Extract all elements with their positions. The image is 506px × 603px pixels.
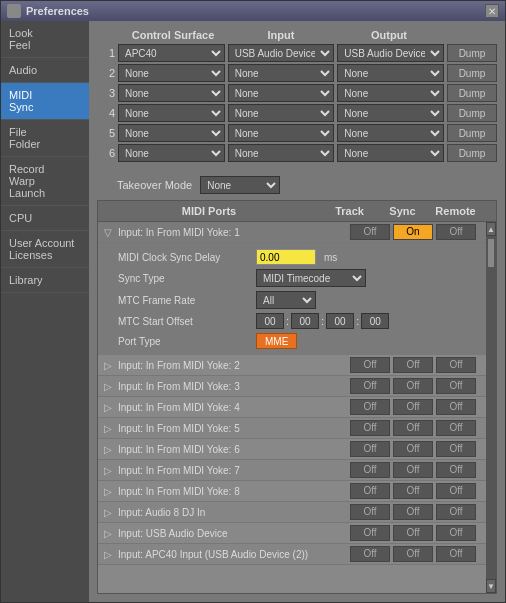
port-type-btn[interactable]: MME	[256, 333, 297, 349]
time-ff[interactable]	[361, 313, 389, 329]
cs-dump-6[interactable]: Dump	[447, 144, 497, 162]
detail-row-sync-type: Sync Type MIDI Timecode	[118, 267, 466, 289]
expand-icon-4[interactable]: ▷	[104, 402, 118, 413]
cs-surface-1[interactable]: APC40	[118, 44, 225, 62]
midi-track-btn-1[interactable]: Off	[350, 224, 390, 240]
time-ss[interactable]	[326, 313, 354, 329]
midi-row-usb: ▷ Input: USB Audio Device Off Off Off	[98, 523, 486, 544]
midi-sync-btn-1[interactable]: On	[393, 224, 433, 240]
cs-input-4[interactable]: None	[228, 104, 335, 122]
midi-sync-btn-2[interactable]: Off	[393, 357, 433, 373]
expand-icon-8[interactable]: ▷	[104, 486, 118, 497]
scroll-up-btn[interactable]: ▲	[486, 222, 496, 236]
midi-remote-btn-6[interactable]: Off	[436, 441, 476, 457]
sidebar-item-midi-sync[interactable]: MIDISync	[1, 83, 89, 120]
sidebar-item-user-account[interactable]: User AccountLicenses	[1, 231, 89, 268]
midi-sync-btn-apc40[interactable]: Off	[393, 546, 433, 562]
midi-ports-header: MIDI Ports Track Sync Remote	[98, 201, 496, 222]
cs-surface-6[interactable]: None	[118, 144, 225, 162]
midi-sync-btn-8[interactable]: Off	[393, 483, 433, 499]
midi-track-btn-audio8dj[interactable]: Off	[350, 504, 390, 520]
cs-dump-4[interactable]: Dump	[447, 104, 497, 122]
cs-surface-3[interactable]: None	[118, 84, 225, 102]
cs-surface-4[interactable]: None	[118, 104, 225, 122]
cs-input-3[interactable]: None	[228, 84, 335, 102]
sync-type-select[interactable]: MIDI Timecode	[256, 269, 366, 287]
midi-remote-btn-4[interactable]: Off	[436, 399, 476, 415]
takeover-select[interactable]: None	[200, 176, 280, 194]
expand-icon-audio8dj[interactable]: ▷	[104, 507, 118, 518]
midi-row-label-1: Input: In From MIDI Yoke: 1	[118, 227, 350, 238]
expand-icon-2[interactable]: ▷	[104, 360, 118, 371]
midi-remote-btn-usb[interactable]: Off	[436, 525, 476, 541]
cs-output-3[interactable]: None	[337, 84, 444, 102]
cs-input-5[interactable]: None	[228, 124, 335, 142]
sidebar-item-cpu[interactable]: CPU	[1, 206, 89, 231]
midi-track-btn-3[interactable]: Off	[350, 378, 390, 394]
expand-icon-5[interactable]: ▷	[104, 423, 118, 434]
midi-sync-btn-3[interactable]: Off	[393, 378, 433, 394]
scroll-thumb[interactable]	[487, 238, 495, 268]
cs-surface-2[interactable]: None	[118, 64, 225, 82]
midi-track-btn-7[interactable]: Off	[350, 462, 390, 478]
midi-track-btn-8[interactable]: Off	[350, 483, 390, 499]
sidebar-item-look-feel[interactable]: LookFeel	[1, 21, 89, 58]
cs-dump-3[interactable]: Dump	[447, 84, 497, 102]
cs-dump-1[interactable]: Dump	[447, 44, 497, 62]
clock-delay-input[interactable]	[256, 249, 316, 265]
midi-sync-btn-audio8dj[interactable]: Off	[393, 504, 433, 520]
midi-remote-btn-3[interactable]: Off	[436, 378, 476, 394]
cs-output-5[interactable]: None	[337, 124, 444, 142]
midi-track-btn-4[interactable]: Off	[350, 399, 390, 415]
cs-output-6[interactable]: None	[337, 144, 444, 162]
expand-icon-1[interactable]: ▽	[104, 227, 118, 238]
cs-dump-2[interactable]: Dump	[447, 64, 497, 82]
cs-dump-5[interactable]: Dump	[447, 124, 497, 142]
time-mm[interactable]	[291, 313, 319, 329]
sidebar-item-library[interactable]: Library	[1, 268, 89, 293]
midi-track-btn-5[interactable]: Off	[350, 420, 390, 436]
cs-output-4[interactable]: None	[337, 104, 444, 122]
cs-output-1[interactable]: USB Audio Device <	[337, 44, 444, 62]
midi-sync-btn-6[interactable]: Off	[393, 441, 433, 457]
midi-row-4: ▷ Input: In From MIDI Yoke: 4 Off Off Of…	[98, 397, 486, 418]
close-button[interactable]: ✕	[485, 4, 499, 18]
cs-output-2[interactable]: None	[337, 64, 444, 82]
midi-track-btn-2[interactable]: Off	[350, 357, 390, 373]
midi-remote-btn-1[interactable]: Off	[436, 224, 476, 240]
expand-icon-7[interactable]: ▷	[104, 465, 118, 476]
time-hh[interactable]	[256, 313, 284, 329]
midi-ports-section: MIDI Ports Track Sync Remote ▽ Input: In…	[97, 200, 497, 594]
midi-sync-btn-4[interactable]: Off	[393, 399, 433, 415]
sidebar-item-file-folder[interactable]: FileFolder	[1, 120, 89, 157]
sidebar-item-audio[interactable]: Audio	[1, 58, 89, 83]
midi-row-label-8: Input: In From MIDI Yoke: 8	[118, 486, 350, 497]
midi-remote-btn-2[interactable]: Off	[436, 357, 476, 373]
midi-remote-btn-5[interactable]: Off	[436, 420, 476, 436]
expand-icon-apc40[interactable]: ▷	[104, 549, 118, 560]
midi-sync-btn-usb[interactable]: Off	[393, 525, 433, 541]
expand-icon-6[interactable]: ▷	[104, 444, 118, 455]
midi-sync-btn-7[interactable]: Off	[393, 462, 433, 478]
expand-icon-3[interactable]: ▷	[104, 381, 118, 392]
midi-row-expanded: ▽ Input: In From MIDI Yoke: 1 Off On Off	[98, 222, 486, 243]
sidebar-item-record-warp-launch[interactable]: RecordWarpLaunch	[1, 157, 89, 206]
midi-remote-btn-audio8dj[interactable]: Off	[436, 504, 476, 520]
midi-remote-btn-apc40[interactable]: Off	[436, 546, 476, 562]
midi-sync-btn-5[interactable]: Off	[393, 420, 433, 436]
midi-row-label-7: Input: In From MIDI Yoke: 7	[118, 465, 350, 476]
mtc-frame-select[interactable]: All	[256, 291, 316, 309]
scroll-down-btn[interactable]: ▼	[486, 579, 496, 593]
cs-input-2[interactable]: None	[228, 64, 335, 82]
cs-input-6[interactable]: None	[228, 144, 335, 162]
midi-track-btn-6[interactable]: Off	[350, 441, 390, 457]
midi-remote-btn-8[interactable]: Off	[436, 483, 476, 499]
cs-surface-5[interactable]: None	[118, 124, 225, 142]
expand-icon-usb[interactable]: ▷	[104, 528, 118, 539]
midi-remote-btn-7[interactable]: Off	[436, 462, 476, 478]
cs-input-1[interactable]: USB Audio Device <	[228, 44, 335, 62]
midi-track-btn-apc40[interactable]: Off	[350, 546, 390, 562]
midi-buttons-1: Off On Off	[350, 224, 476, 240]
midi-track-btn-usb[interactable]: Off	[350, 525, 390, 541]
midi-col-headers: Track Sync Remote	[298, 205, 478, 217]
